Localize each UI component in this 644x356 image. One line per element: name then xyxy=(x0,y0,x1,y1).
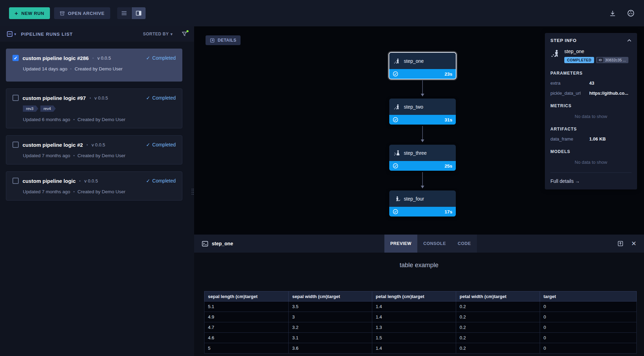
table-header-cell[interactable]: sepal width (cm)target xyxy=(289,291,372,302)
step-icon xyxy=(393,150,400,156)
node-label: step_two xyxy=(404,104,423,110)
preview-table: sepal length (cm)target sepal width (cm)… xyxy=(204,291,637,354)
node-label: step_four xyxy=(404,196,424,202)
check-circle-icon xyxy=(393,117,398,122)
preview-content: table example sepal length (cm)target se… xyxy=(194,253,644,354)
table-cell: 1.4 xyxy=(372,343,456,354)
tag[interactable]: rev4 xyxy=(40,105,55,112)
dot-separator xyxy=(93,58,94,59)
node-step-four[interactable]: step_four 17s xyxy=(389,190,456,217)
table-row: 4.7 3.2 1.3 0.2 0 xyxy=(204,322,637,333)
table-view-toggle[interactable] xyxy=(117,7,131,19)
parameter-key: extra xyxy=(550,80,589,86)
models-section-title: MODELS xyxy=(550,149,632,154)
chevron-up-icon[interactable] xyxy=(627,39,632,42)
table-cell: 4.7 xyxy=(204,322,289,333)
run-version: v 0.0.5 xyxy=(95,95,108,101)
tab-console[interactable]: CONSOLE xyxy=(417,235,452,253)
select-all-checkbox[interactable] xyxy=(7,31,12,37)
table-cell: 1.5 xyxy=(372,333,456,343)
run-updated: Updated 6 months ago xyxy=(23,117,70,122)
tab-code[interactable]: CODE xyxy=(452,235,477,253)
table-cell: 0.2 xyxy=(456,312,540,322)
details-button[interactable]: DETAILS xyxy=(206,35,241,45)
edge-arrow xyxy=(422,126,423,141)
table-header-cell[interactable]: sepal length (cm)target xyxy=(204,291,289,302)
run-checkbox[interactable] xyxy=(12,142,19,148)
pipeline-runs-sidebar: ▾ PIPELINE RUNS LIST SORTED BY ▾ ✓ custo… xyxy=(0,26,194,356)
split-view-icon xyxy=(136,10,142,16)
node-step-two[interactable]: step_two 31s xyxy=(389,99,456,125)
run-card[interactable]: ✓ custom pipeline logic #286 v 0.0.5 ✓ C… xyxy=(6,49,182,82)
run-status: ✓ Completed xyxy=(146,142,176,147)
node-duration: 17s xyxy=(444,209,452,214)
metrics-empty-text: No data to show xyxy=(550,114,632,119)
run-name: custom pipeline logic #286 xyxy=(23,55,89,61)
table-cell: 0.2 xyxy=(456,322,540,333)
id-icon: ID xyxy=(597,58,603,62)
node-step-three[interactable]: step_three 25s xyxy=(389,145,456,171)
open-in-popup-icon[interactable] xyxy=(617,240,624,247)
dot-separator xyxy=(73,119,75,120)
run-checkbox[interactable] xyxy=(12,178,19,184)
check-circle-icon xyxy=(393,209,398,214)
filter-button[interactable] xyxy=(182,31,187,37)
parameter-key: pickle_data_url xyxy=(550,91,589,96)
open-archive-button[interactable]: OPEN ARCHIVE xyxy=(54,7,110,19)
new-run-button[interactable]: + NEW RUN xyxy=(9,7,50,19)
top-bar: + NEW RUN OPEN ARCHIVE xyxy=(0,0,644,26)
sorted-by-label: SORTED BY xyxy=(143,32,169,36)
table-cell: 3.6 xyxy=(289,343,372,354)
run-card[interactable]: custom pipeline logic v 0.0.5 ✓ Complete… xyxy=(6,171,182,201)
table-row: 5 3.6 1.4 0.2 0 xyxy=(204,343,637,354)
node-duration: 23s xyxy=(444,71,452,77)
run-card[interactable]: custom pipeline logic #2 v 0.0.5 ✓ Compl… xyxy=(6,135,182,164)
table-cell: 1.4 xyxy=(372,302,456,312)
download-icon[interactable] xyxy=(609,10,616,17)
table-row: 4.9 3 1.4 0.2 0 xyxy=(204,312,637,322)
app-logo-icon[interactable] xyxy=(627,9,635,17)
table-header-cell[interactable]: target xyxy=(540,291,637,302)
parameters-section-title: PARAMETERS xyxy=(550,71,632,76)
run-card[interactable]: custom pipeline logic #97 v 0.0.5 ✓ Comp… xyxy=(6,88,182,128)
table-cell: 0 xyxy=(540,343,637,354)
close-icon[interactable]: ✕ xyxy=(631,240,636,247)
table-row: 4.6 3.1 1.5 0.2 0 xyxy=(204,333,637,343)
step-info-title: STEP INFO xyxy=(550,38,577,43)
node-label: step_three xyxy=(404,150,427,156)
artifact-row: data_frame 1.06 KB xyxy=(550,136,632,142)
check-icon: ✓ xyxy=(146,178,150,184)
details-icon xyxy=(210,38,215,43)
sidebar-resize-handle[interactable] xyxy=(191,187,195,197)
id-value: 30832c35 ... xyxy=(605,58,626,62)
preview-tabs: PREVIEW CONSOLE CODE xyxy=(384,235,477,253)
node-label: step_one xyxy=(404,58,424,64)
run-updated: Updated 7 months ago xyxy=(23,153,70,158)
check-icon: ✓ xyxy=(14,56,18,61)
sorted-by-dropdown[interactable]: SORTED BY ▾ xyxy=(143,32,173,36)
dot-separator xyxy=(90,98,91,99)
table-header-cell[interactable]: petal width (cm)target xyxy=(456,291,540,302)
dot-separator xyxy=(79,180,80,181)
tag[interactable]: rev3 xyxy=(23,105,38,112)
table-header-cell[interactable]: petal length (cm)target xyxy=(372,291,456,302)
run-status: ✓ Completed xyxy=(146,178,176,184)
node-duration: 31s xyxy=(444,117,452,122)
tab-preview[interactable]: PREVIEW xyxy=(384,235,417,253)
check-icon: ✓ xyxy=(146,142,150,147)
full-details-link[interactable]: Full details → xyxy=(550,178,580,184)
step-icon xyxy=(393,103,400,110)
table-cell: 0 xyxy=(540,302,637,312)
check-circle-icon xyxy=(393,71,398,77)
node-step-one[interactable]: step_one 23s xyxy=(389,53,456,79)
run-checkbox[interactable]: ✓ xyxy=(12,55,19,61)
artifact-key: data_frame xyxy=(550,136,589,142)
table-cell: 1.3 xyxy=(372,322,456,333)
run-checkbox[interactable] xyxy=(12,95,19,101)
run-meta: Updated 7 months ago Created by Demo Use… xyxy=(23,189,176,194)
caret-down-icon[interactable]: ▾ xyxy=(14,32,16,36)
split-view-toggle[interactable] xyxy=(132,7,146,19)
view-toggle-group xyxy=(117,7,146,19)
id-badge[interactable]: ID 30832c35 ... xyxy=(596,57,628,63)
details-label: DETAILS xyxy=(218,38,236,43)
